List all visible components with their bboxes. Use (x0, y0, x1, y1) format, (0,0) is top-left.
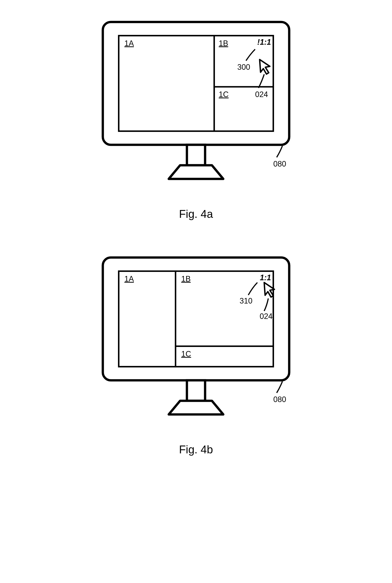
cursor-ref-label: 024 (255, 90, 268, 99)
pane-1a-label: 1A (125, 274, 134, 283)
monitor-base (169, 401, 223, 414)
aspect-indicator: 1:1 (260, 273, 271, 282)
monitor-ref-label: 080 (273, 159, 286, 168)
aspect-indicator: !1:1 (257, 38, 271, 46)
pane-1c-label: 1C (219, 90, 229, 99)
figure-4a-svg: 1A 1B !1:1 300 1C 024 080 (82, 15, 310, 193)
leadline-monitor (277, 382, 283, 393)
leadline-monitor (277, 146, 283, 157)
screen-viewport (119, 271, 273, 367)
indicator-ref-label: 300 (237, 63, 250, 71)
pane-1c-label: 1C (181, 349, 191, 358)
monitor-neck (187, 145, 205, 165)
monitor-ref-label: 080 (273, 395, 286, 404)
screen-viewport (119, 36, 273, 131)
pane-1b-label: 1B (181, 274, 191, 283)
monitor-neck (187, 380, 205, 401)
monitor-base (169, 165, 223, 179)
figure-4b: 1A 1B 1:1 310 024 1C 080 Fig. 4b (30, 251, 362, 456)
figure-4b-svg: 1A 1B 1:1 310 024 1C 080 (82, 251, 310, 428)
indicator-ref-label: 310 (239, 296, 252, 305)
pane-1b-label: 1B (219, 39, 228, 48)
figure-4a: 1A 1B !1:1 300 1C 024 080 Fig. 4a (30, 15, 362, 220)
cursor-ref-label: 024 (260, 312, 273, 320)
figure-4b-caption: Fig. 4b (30, 443, 362, 456)
pane-1a-label: 1A (125, 39, 134, 48)
figure-4a-caption: Fig. 4a (30, 208, 362, 220)
